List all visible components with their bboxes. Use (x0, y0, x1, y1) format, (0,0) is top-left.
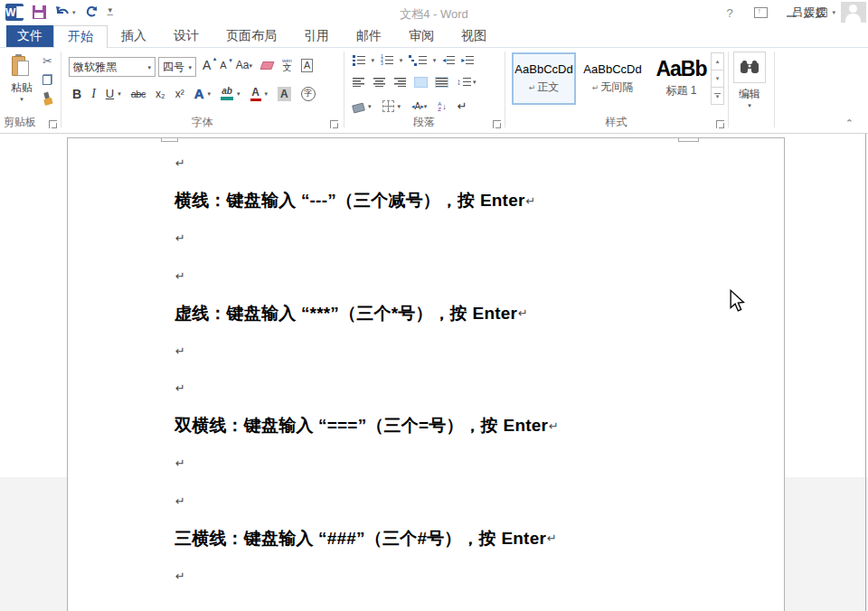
doc-empty-paragraph[interactable]: ↵ (175, 370, 757, 408)
tab-引用[interactable]: 引用 (290, 25, 343, 47)
tab-页面布局[interactable]: 页面布局 (212, 25, 290, 47)
format-painter-icon[interactable] (40, 91, 54, 107)
user-dropdown-arrow[interactable]: ▾ (832, 9, 835, 16)
doc-empty-paragraph[interactable]: ↵ (175, 258, 757, 296)
multilevel-list-button[interactable] (409, 55, 427, 66)
tab-插入[interactable]: 插入 (108, 25, 160, 47)
shading-button[interactable] (352, 102, 365, 113)
underline-dropdown-arrow[interactable]: ▾ (118, 90, 121, 97)
undo-dropdown-arrow[interactable]: ▾ (72, 9, 76, 16)
style-正文[interactable]: AaBbCcDd↵正文 (512, 52, 576, 105)
distribute-button[interactable] (436, 78, 448, 87)
doc-empty-paragraph[interactable]: ↵ (175, 220, 757, 258)
line-spacing-button[interactable]: ↕▾ (457, 77, 476, 87)
save-icon[interactable] (33, 5, 46, 19)
tab-审阅[interactable]: 审阅 (395, 25, 448, 47)
doc-paragraph[interactable]: 虚线：键盘输入 “***”（三个*号），按 Enter↵ (175, 295, 757, 333)
editing-dropdown-arrow[interactable]: ▾ (748, 102, 751, 108)
italic-button[interactable]: I (91, 87, 96, 101)
title-bar: W ▾ ▾─ 文档4 - Word ? ✕ (0, 0, 868, 25)
document-area[interactable]: ↵横线：键盘输入 “---”（三个减号），按 Enter↵↵↵虚线：键盘输入 “… (0, 134, 868, 611)
character-border-button[interactable]: A (301, 59, 313, 72)
styles-scroll-up-button[interactable]: ▴ (711, 52, 724, 70)
borders-button[interactable] (382, 100, 394, 112)
text-effects-button[interactable]: A (194, 86, 204, 101)
user-avatar[interactable] (841, 2, 866, 23)
character-shading-button[interactable]: A (278, 87, 291, 101)
sort-button[interactable]: AZ↓ (438, 101, 447, 112)
doc-empty-paragraph[interactable]: ↵ (175, 145, 757, 183)
redo-button[interactable] (85, 5, 99, 19)
collapse-ribbon-button[interactable]: ⌃ (845, 118, 854, 129)
enclose-characters-button[interactable]: 字 (301, 87, 316, 101)
asian-layout-button[interactable]: ◂A▸▾ (411, 101, 427, 111)
highlight-color-button[interactable]: ab (221, 87, 233, 100)
help-button[interactable]: ? (718, 4, 741, 22)
undo-button[interactable]: ▾ (55, 5, 76, 19)
shading-dropdown-arrow[interactable]: ▾ (368, 103, 372, 109)
copy-icon[interactable] (42, 74, 52, 85)
editing-button[interactable]: 编辑 ▾ (731, 52, 769, 108)
show-hide-marks-button[interactable]: ↵ (458, 99, 467, 113)
doc-paragraph[interactable]: 双横线：键盘输入 “===”（三个=号），按 Enter↵ (175, 408, 757, 446)
underline-button[interactable]: U (106, 87, 114, 100)
numbering-dropdown-arrow[interactable]: ▾ (400, 57, 403, 63)
tab-file[interactable]: 文件 (6, 25, 53, 47)
text-effects-dropdown-arrow[interactable]: ▾ (207, 90, 211, 97)
grow-font-button[interactable]: A (203, 58, 211, 72)
doc-paragraph[interactable]: 横线：键盘输入 “---”（三个减号），按 Enter↵ (175, 183, 757, 221)
doc-paragraph[interactable]: 三横线：键盘输入 “###”（三个#号），按 Enter↵ (175, 520, 757, 558)
document-page[interactable]: ↵横线：键盘输入 “---”（三个减号），按 Enter↵↵↵虚线：键盘输入 “… (67, 137, 785, 611)
align-right-button[interactable] (394, 78, 406, 87)
user-account-area[interactable]: 吕媛媛 ▾ (791, 2, 866, 23)
strikethrough-button[interactable]: abc (131, 89, 146, 99)
tab-开始[interactable]: 开始 (53, 25, 108, 48)
font-size-combo[interactable]: 四号▾ (158, 57, 196, 77)
doc-empty-paragraph[interactable]: ↵ (175, 445, 757, 483)
highlight-dropdown-arrow[interactable]: ▾ (237, 90, 241, 97)
multilevel-dropdown-arrow[interactable]: ▾ (433, 57, 437, 63)
doc-empty-paragraph[interactable]: ↵ (175, 558, 757, 596)
paste-dropdown-arrow[interactable]: ▾ (20, 96, 24, 102)
borders-dropdown-arrow[interactable]: ▾ (398, 103, 401, 109)
font-name-value: 微软雅黑 (73, 60, 117, 75)
styles-dialog-launcher[interactable] (716, 120, 724, 128)
tab-设计[interactable]: 设计 (160, 25, 212, 47)
style-无间隔[interactable]: AaBbCcDd↵无间隔 (580, 52, 645, 105)
align-center-button[interactable] (373, 78, 385, 87)
font-name-combo[interactable]: 微软雅黑▾ (69, 57, 156, 77)
font-dialog-launcher[interactable] (330, 120, 338, 128)
paste-button[interactable]: 粘贴 ▾ (5, 52, 38, 119)
tab-视图[interactable]: 视图 (448, 25, 500, 47)
styles-scroll-down-button[interactable]: ▾ (711, 70, 724, 88)
justify-button[interactable] (415, 78, 427, 87)
bold-button[interactable]: B (72, 87, 81, 101)
cut-icon[interactable]: ✂ (42, 55, 52, 67)
align-left-button[interactable] (353, 78, 364, 87)
superscript-button[interactable]: x² (175, 88, 184, 100)
shrink-font-button[interactable]: A (220, 60, 226, 70)
ribbon-display-options-button[interactable] (749, 4, 772, 22)
style-标题 1[interactable]: AaBb标题 1 (649, 52, 713, 105)
style-sample: AaBbCcDd (583, 62, 641, 76)
increase-indent-button[interactable]: ▸ (461, 56, 474, 65)
subscript-button[interactable]: x₂ (156, 88, 165, 100)
font-color-dropdown-arrow[interactable]: ▾ (265, 90, 269, 97)
paste-clipboard-icon (12, 54, 32, 78)
phonetic-guide-button[interactable]: wén文 (282, 58, 292, 72)
clipboard-dialog-launcher[interactable] (49, 120, 57, 128)
numbering-button[interactable]: 123 (381, 55, 393, 65)
word-app-icon[interactable]: W (5, 4, 24, 21)
decrease-indent-button[interactable]: ◂ (442, 56, 455, 65)
doc-empty-paragraph[interactable]: ↵ (175, 483, 757, 521)
clear-formatting-icon[interactable] (259, 61, 274, 70)
paragraph-dialog-launcher[interactable] (493, 120, 501, 128)
bullets-dropdown-arrow[interactable]: ▾ (372, 57, 375, 63)
doc-empty-paragraph[interactable]: ↵ (175, 333, 757, 371)
change-case-button[interactable]: Aa▾ (236, 59, 252, 71)
font-color-button[interactable]: A (250, 87, 261, 101)
customize-qat-button[interactable]: ▾─ (108, 8, 113, 17)
bullets-button[interactable] (353, 55, 365, 66)
styles-more-button[interactable]: ▾ (711, 88, 724, 105)
tab-邮件[interactable]: 邮件 (343, 25, 395, 47)
